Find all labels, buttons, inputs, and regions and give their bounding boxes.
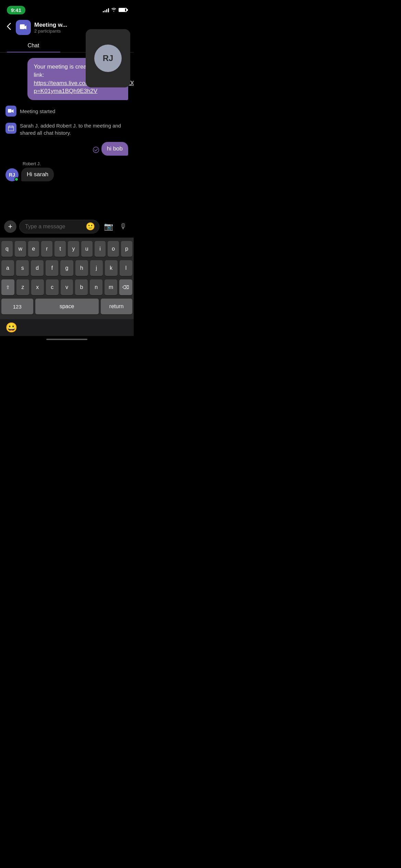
key-g[interactable]: g — [60, 260, 73, 276]
info-text: Sarah J. added Robert J. to the meeting … — [20, 122, 128, 136]
tab-chat[interactable]: Chat — [0, 39, 67, 52]
signal-bars-icon — [103, 8, 109, 12]
status-bar: 9:41 — [0, 0, 134, 17]
message-input-wrapper: 🙂 — [19, 220, 99, 233]
key-m[interactable]: m — [105, 279, 117, 295]
key-t[interactable]: t — [54, 241, 66, 257]
key-i[interactable]: i — [95, 241, 106, 257]
meeting-video-icon — [5, 106, 16, 117]
svg-rect-0 — [20, 24, 25, 29]
delete-key[interactable]: ⌫ — [119, 279, 132, 295]
keyboard-row-3: ⇧ z x c v b n m ⌫ — [1, 279, 132, 295]
key-e[interactable]: e — [28, 241, 39, 257]
info-message: Sarah J. added Robert J. to the meeting … — [5, 122, 128, 136]
sent-bubble: hi bob — [101, 142, 128, 156]
status-time: 9:41 — [7, 6, 25, 14]
key-u[interactable]: u — [81, 241, 93, 257]
message-input[interactable] — [25, 224, 84, 230]
shift-key[interactable]: ⇧ — [1, 279, 14, 295]
rj-avatar: RJ — [94, 45, 122, 72]
key-j[interactable]: j — [90, 260, 103, 276]
message-input-box: 🙂 — [19, 220, 99, 233]
battery-icon — [119, 8, 127, 12]
key-q[interactable]: q — [1, 241, 13, 257]
keyboard-row-1: q w e r t y u i o p — [1, 241, 132, 257]
emoji-bar-icon[interactable]: 😀 — [5, 322, 17, 333]
mic-button[interactable]: 🎙 — [117, 220, 130, 233]
emoji-input-icon[interactable]: 🙂 — [86, 222, 95, 231]
key-n[interactable]: n — [90, 279, 102, 295]
key-c[interactable]: c — [46, 279, 59, 295]
online-status-dot — [14, 177, 19, 181]
key-y[interactable]: y — [68, 241, 79, 257]
key-v[interactable]: v — [61, 279, 73, 295]
message-input-area: + 🙂 📷 🎙 — [0, 217, 134, 238]
key-o[interactable]: o — [108, 241, 119, 257]
camera-button[interactable]: 📷 — [102, 220, 114, 233]
rj-video-popup: RJ — [86, 29, 130, 87]
calendar-icon — [5, 123, 16, 134]
key-p[interactable]: p — [121, 241, 132, 257]
return-key[interactable]: return — [101, 299, 133, 314]
svg-rect-1 — [8, 109, 12, 113]
sent-check-icon — [93, 146, 99, 155]
received-bubble: Hi sarah — [21, 168, 54, 181]
key-l[interactable]: l — [120, 260, 132, 276]
status-icons — [103, 7, 127, 13]
keyboard-row-2: a s d f g h j k l — [1, 260, 132, 276]
meeting-name: Meeting w... — [34, 22, 128, 28]
sent-message: hi bob — [5, 142, 128, 156]
key-r[interactable]: r — [41, 241, 52, 257]
wifi-icon — [111, 7, 117, 13]
key-x[interactable]: x — [31, 279, 44, 295]
back-button[interactable] — [5, 22, 12, 33]
key-k[interactable]: k — [105, 260, 118, 276]
sender-name: Robert J. — [23, 161, 128, 166]
svg-rect-2 — [9, 126, 14, 131]
home-indicator — [0, 336, 134, 341]
received-avatar: RJ — [5, 168, 19, 181]
key-b[interactable]: b — [75, 279, 88, 295]
emoji-bar: 😀 — [0, 319, 134, 336]
add-attachment-button[interactable]: + — [4, 220, 16, 233]
key-s[interactable]: s — [16, 260, 29, 276]
meeting-started-text: Meeting started — [20, 108, 55, 114]
svg-point-3 — [93, 147, 99, 153]
keyboard-row-4: 123 space return — [1, 299, 132, 314]
received-message: Robert J. RJ Hi sarah — [5, 161, 128, 181]
numbers-key[interactable]: 123 — [1, 299, 33, 314]
key-f[interactable]: f — [46, 260, 58, 276]
key-z[interactable]: z — [16, 279, 29, 295]
meeting-started-notice: Meeting started — [5, 106, 128, 117]
key-w[interactable]: w — [15, 241, 26, 257]
key-d[interactable]: d — [31, 260, 44, 276]
space-key[interactable]: space — [35, 299, 99, 314]
key-a[interactable]: a — [1, 260, 14, 276]
home-bar — [46, 339, 87, 340]
meeting-avatar — [16, 20, 31, 35]
key-h[interactable]: h — [75, 260, 88, 276]
keyboard: q w e r t y u i o p a s d f g h j k l ⇧ … — [0, 238, 134, 319]
